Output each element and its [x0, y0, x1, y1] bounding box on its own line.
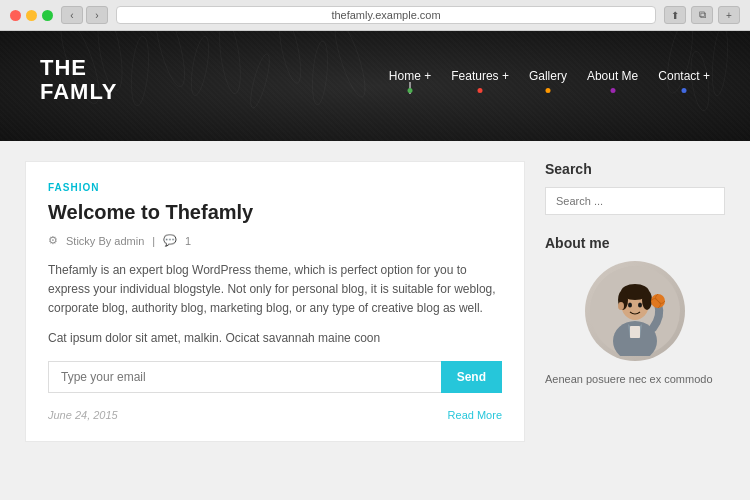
- article-body: Thefamly is an expert blog WordPress the…: [48, 261, 502, 319]
- share-button[interactable]: ⬆: [664, 6, 686, 24]
- article-meta: ⚙ Sticky By admin | 💬 1: [48, 234, 502, 247]
- main-nav: Home + Features + Gallery About Me Conta…: [389, 69, 710, 91]
- nav-item-home[interactable]: Home +: [389, 69, 431, 91]
- email-input[interactable]: [48, 361, 441, 393]
- maximize-button[interactable]: [42, 10, 53, 21]
- browser-nav-buttons: ‹ ›: [61, 6, 108, 24]
- close-button[interactable]: [10, 10, 21, 21]
- forward-button[interactable]: ›: [86, 6, 108, 24]
- about-me-section: About me: [545, 235, 725, 388]
- svg-point-12: [710, 31, 730, 96]
- hero-inner: THE FAMLY Home + Features + Gallery Abou…: [40, 56, 710, 104]
- search-title: Search: [545, 161, 725, 177]
- avatar-image: [590, 266, 680, 356]
- category-label: FASHION: [48, 182, 502, 193]
- svg-point-23: [618, 302, 624, 310]
- svg-point-20: [642, 290, 652, 310]
- nav-item-contact[interactable]: Contact +: [658, 69, 710, 91]
- article-footer: June 24, 2015 Read More: [48, 409, 502, 421]
- page-content: FASHION Welcome to Thefamly ⚙ Sticky By …: [0, 141, 750, 491]
- comment-icon: 💬: [163, 234, 177, 247]
- meta-comments: 1: [185, 235, 191, 247]
- main-column: FASHION Welcome to Thefamly ⚙ Sticky By …: [25, 161, 525, 471]
- meta-sticky: Sticky By admin: [66, 235, 144, 247]
- article-card: FASHION Welcome to Thefamly ⚙ Sticky By …: [25, 161, 525, 442]
- site-logo[interactable]: THE FAMLY: [40, 56, 118, 104]
- user-icon: ⚙: [48, 234, 58, 247]
- nav-item-aboutme[interactable]: About Me: [587, 69, 638, 91]
- svg-rect-16: [630, 326, 640, 338]
- traffic-lights: [10, 10, 53, 21]
- about-me-title: About me: [545, 235, 725, 251]
- sidebar: Search About me: [545, 161, 725, 471]
- new-tab-button[interactable]: ⧉: [691, 6, 713, 24]
- browser-actions: ⬆ ⧉ +: [664, 6, 740, 24]
- avatar: [585, 261, 685, 361]
- send-button[interactable]: Send: [441, 361, 502, 393]
- read-more-link[interactable]: Read More: [448, 409, 502, 421]
- browser-chrome: ‹ › thefamly.example.com ⬆ ⧉ +: [0, 0, 750, 31]
- article-title: Welcome to Thefamly: [48, 201, 502, 224]
- meta-separator: |: [152, 235, 155, 247]
- hero-section: THE FAMLY Home + Features + Gallery Abou…: [0, 31, 750, 141]
- search-section: Search: [545, 161, 725, 215]
- search-input[interactable]: [545, 187, 725, 215]
- article-tagline: Cat ipsum dolor sit amet, malkin. Ocicat…: [48, 331, 502, 345]
- svg-point-21: [628, 303, 632, 308]
- back-button[interactable]: ‹: [61, 6, 83, 24]
- svg-point-22: [638, 303, 642, 308]
- address-bar[interactable]: thefamly.example.com: [116, 6, 656, 24]
- nav-item-features[interactable]: Features +: [451, 69, 509, 91]
- article-date: June 24, 2015: [48, 409, 118, 421]
- about-description: Aenean posuere nec ex commodo: [545, 371, 725, 388]
- add-button[interactable]: +: [718, 6, 740, 24]
- email-form: Send: [48, 361, 502, 393]
- nav-item-gallery[interactable]: Gallery: [529, 69, 567, 91]
- minimize-button[interactable]: [26, 10, 37, 21]
